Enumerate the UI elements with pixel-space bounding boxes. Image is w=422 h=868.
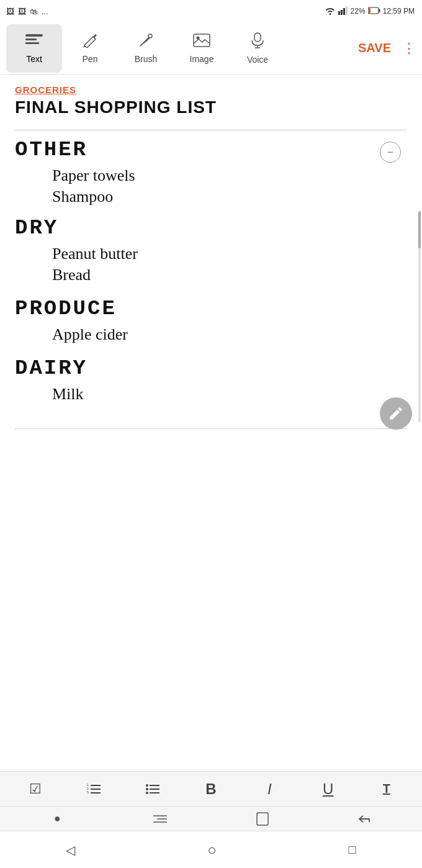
back-button[interactable] (351, 808, 379, 830)
bold-button[interactable]: B (197, 775, 225, 803)
gallery-icon2: 🖼 (18, 7, 26, 16)
top-divider (15, 130, 407, 130)
gallery-icon1: 🖼 (6, 7, 14, 16)
svg-rect-7 (25, 34, 43, 37)
status-right: 22% 12:59 PM (325, 6, 415, 17)
text-tool-icon (25, 33, 43, 52)
svg-rect-2 (343, 8, 345, 15)
section-other: OTHER − Paper towels Shampoo (15, 138, 407, 206)
svg-point-27 (146, 792, 148, 794)
section-dry: DRY Peanut butter Bread (15, 216, 407, 284)
bottom-divider (15, 428, 407, 429)
signal-icon (338, 6, 348, 17)
image-tool-icon (193, 33, 210, 52)
tool-text[interactable]: Text (6, 24, 62, 73)
status-bar: 🖼 🖼 🛍 ... 22% 12:59 PM (0, 0, 422, 22)
strikethrough-button[interactable]: T (373, 775, 400, 803)
tool-brush[interactable]: Brush (118, 24, 174, 73)
italic-button[interactable]: I (256, 775, 283, 803)
brush-tool-label: Brush (135, 54, 158, 64)
pen-tool-label: Pen (83, 54, 98, 64)
section-produce: PRODUCE Apple cider (15, 297, 407, 344)
brush-tool-icon (138, 33, 154, 52)
bullet-button[interactable]: ● (44, 808, 71, 830)
page-button[interactable] (249, 808, 276, 830)
battery-icon (368, 7, 380, 16)
text-tool-label: Text (26, 54, 42, 64)
note-body: OTHER − Paper towels Shampoo DRY Peanut … (15, 130, 407, 429)
unordered-list-button[interactable] (139, 775, 166, 803)
svg-rect-8 (25, 38, 37, 40)
svg-rect-6 (369, 8, 370, 13)
wifi-icon (325, 6, 336, 17)
section-other-header: OTHER (15, 138, 407, 161)
secondary-toolbar: ● (0, 806, 422, 831)
battery-percentage: 22% (351, 7, 366, 16)
nav-home-button[interactable]: ○ (207, 841, 217, 859)
time-display: 12:59 PM (383, 7, 415, 16)
main-toolbar: Text Pen Brush Image Voice SAVE ⋮ (0, 22, 422, 75)
more-options-button[interactable]: ⋮ (402, 40, 416, 57)
item-bread: Bread (52, 266, 407, 284)
svg-point-25 (146, 784, 148, 787)
svg-point-10 (148, 34, 152, 38)
section-produce-header: PRODUCE (15, 297, 407, 320)
note-title: FINAL SHOPPING LIST (15, 97, 407, 117)
svg-rect-0 (338, 11, 340, 15)
status-left: 🖼 🖼 🛍 ... (6, 7, 48, 16)
svg-rect-31 (257, 813, 268, 825)
svg-rect-11 (194, 34, 210, 47)
item-apple-cider: Apple cider (52, 325, 407, 344)
svg-rect-1 (341, 10, 343, 15)
item-shampoo: Shampoo (52, 188, 407, 206)
floating-pen-button[interactable] (380, 397, 412, 430)
pen-float-icon (388, 405, 404, 422)
svg-text:3.: 3. (87, 790, 89, 794)
ellipsis: ... (42, 7, 48, 16)
indent-button[interactable] (146, 808, 174, 830)
voice-tool-label: Voice (247, 55, 268, 65)
pen-tool-icon (82, 33, 98, 52)
section-dry-header: DRY (15, 216, 407, 240)
svg-rect-3 (346, 6, 348, 15)
underline-button[interactable]: U (315, 775, 342, 803)
ordered-list-button[interactable]: 1.2.3. (80, 775, 107, 803)
collapse-other-button[interactable]: − (380, 142, 401, 163)
tool-image[interactable]: Image (174, 24, 230, 73)
checkbox-button[interactable]: ☑ (22, 775, 49, 803)
item-paper-towels: Paper towels (52, 166, 407, 185)
scrollbar-thumb[interactable] (418, 211, 421, 248)
bottom-toolbar: ☑ 1.2.3. B I U T ● (0, 771, 422, 831)
item-peanut-butter: Peanut butter (52, 245, 407, 263)
note-content-area: GROCERIES FINAL SHOPPING LIST OTHER − Pa… (0, 75, 422, 771)
navigation-bar: ◁ ○ □ (0, 831, 422, 868)
nav-recents-button[interactable]: □ (348, 843, 356, 857)
formatting-toolbar: ☑ 1.2.3. B I U T (0, 772, 422, 806)
item-milk: Milk (52, 385, 407, 404)
section-dairy-header: DAIRY (15, 356, 407, 380)
note-category: GROCERIES (15, 84, 407, 95)
svg-rect-13 (254, 33, 261, 42)
tool-pen[interactable]: Pen (62, 24, 118, 73)
toolbar-actions: SAVE ⋮ (358, 40, 416, 57)
scrollbar-track[interactable] (418, 211, 421, 422)
svg-point-26 (146, 788, 148, 790)
tool-voice[interactable]: Voice (230, 24, 285, 73)
svg-rect-9 (25, 42, 39, 44)
section-dairy: DAIRY Milk (15, 356, 407, 404)
save-button[interactable]: SAVE (358, 41, 391, 55)
nav-back-button[interactable]: ◁ (66, 843, 75, 857)
svg-rect-5 (379, 9, 380, 12)
image-tool-label: Image (190, 54, 214, 64)
voice-tool-icon (250, 32, 265, 52)
bag-icon: 🛍 (30, 7, 38, 16)
